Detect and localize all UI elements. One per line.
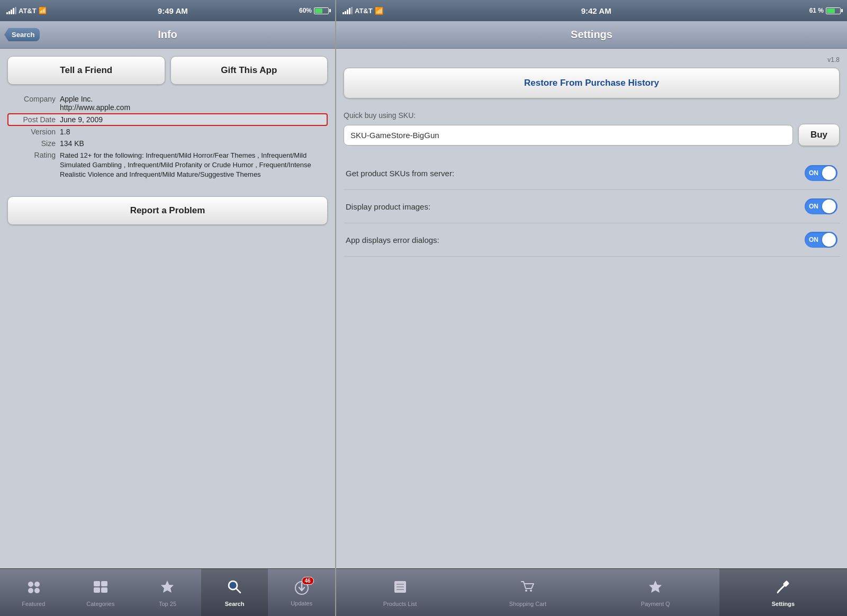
right-nav-bar: Settings [336, 21, 847, 49]
tab-settings[interactable]: Settings [719, 569, 847, 616]
size-row: Size 134 KB [7, 138, 328, 149]
toggle-product-skus-switch[interactable]: ON [805, 165, 837, 181]
left-time: 9:49 AM [158, 6, 188, 15]
toggle-product-images-knob [822, 200, 836, 213]
tab-search[interactable]: Search [201, 569, 268, 616]
svg-rect-6 [94, 587, 100, 593]
right-status-bar: AT&T 📶 9:42 AM 61 % [336, 0, 847, 21]
tab-top25[interactable]: Top 25 [134, 569, 201, 616]
signal-bars-icon [6, 7, 16, 14]
products-list-icon [392, 579, 408, 599]
battery-percent: 60% [299, 7, 312, 14]
toggle-product-skus-label: Get product SKUs from server: [346, 169, 454, 178]
carrier-label: AT&T [19, 7, 37, 15]
sku-section: Quick buy using SKU: Buy [344, 111, 840, 146]
toggle-product-images-value: ON [809, 203, 818, 210]
report-problem-button[interactable]: Report a Problem [7, 196, 328, 225]
right-battery-percent: 61 % [809, 7, 824, 14]
version-value: 1.8 [60, 128, 325, 136]
size-value: 134 KB [60, 139, 325, 148]
top25-icon [159, 579, 175, 599]
shopping-cart-icon [520, 579, 536, 599]
toggle-error-dialogs-knob [822, 233, 836, 247]
tab-products-list-label: Products List [383, 601, 417, 607]
toggle-product-skus-knob [822, 166, 836, 180]
tab-top25-label: Top 25 [159, 601, 176, 607]
gift-app-button[interactable]: Gift This App [170, 56, 328, 85]
toggle-error-dialogs-switch[interactable]: ON [805, 232, 837, 248]
payment-q-icon [647, 579, 663, 599]
right-tab-bar: Products List Shopping Cart Payment Q [336, 568, 847, 616]
post-date-row: Post Date June 9, 2009 [7, 113, 328, 126]
left-nav-bar: Search Info [0, 21, 335, 49]
tab-featured[interactable]: Featured [0, 569, 67, 616]
toggle-row-product-images: Display product images: ON [344, 190, 840, 223]
rating-row: Rating Rated 12+ for the following: Infr… [7, 149, 328, 182]
tell-friend-button[interactable]: Tell a Friend [7, 56, 165, 85]
toggle-error-dialogs-value: ON [809, 236, 818, 243]
back-button[interactable]: Search [4, 28, 40, 41]
categories-icon [93, 579, 109, 599]
company-label: Company [11, 95, 56, 112]
tab-products-list[interactable]: Products List [336, 569, 464, 616]
right-carrier-label: AT&T [355, 7, 373, 15]
sku-input[interactable] [344, 125, 793, 146]
tab-categories[interactable]: Categories [67, 569, 134, 616]
tab-payment-q[interactable]: Payment Q [592, 569, 719, 616]
svg-rect-7 [101, 587, 107, 593]
right-nav-title: Settings [571, 29, 612, 41]
right-wifi-icon: 📶 [375, 7, 383, 15]
settings-content: v1.8 Restore From Purchase History Quick… [336, 49, 847, 568]
tab-featured-label: Featured [22, 601, 45, 607]
company-url: http://www.apple.com [60, 103, 325, 112]
left-tab-bar: Featured Categories Top 25 [0, 568, 335, 616]
sku-input-row: Buy [344, 124, 840, 146]
search-icon [227, 579, 242, 599]
left-carrier-info: AT&T 📶 [6, 7, 47, 15]
post-date-value: June 9, 2009 [60, 115, 325, 124]
right-signal-bars-icon [343, 7, 353, 14]
tab-updates[interactable]: 46 Updates [268, 569, 335, 616]
version-label: Version [11, 128, 56, 136]
tab-categories-label: Categories [86, 601, 114, 607]
svg-point-0 [28, 582, 33, 587]
right-time: 9:42 AM [581, 6, 611, 15]
featured-icon [25, 579, 41, 599]
tab-updates-label: Updates [291, 600, 312, 606]
toggle-error-dialogs-label: App displays error dialogs: [346, 235, 439, 244]
toggle-row-product-skus: Get product SKUs from server: ON [344, 157, 840, 190]
sku-label: Quick buy using SKU: [344, 111, 840, 120]
svg-marker-20 [649, 581, 662, 593]
tab-shopping-cart[interactable]: Shopping Cart [464, 569, 591, 616]
settings-icon [775, 579, 791, 599]
updates-icon-wrapper: 46 [294, 580, 310, 598]
right-battery-icon [826, 7, 841, 14]
right-carrier-info: AT&T 📶 [343, 7, 383, 15]
svg-point-2 [28, 588, 33, 593]
rating-value: Rated 12+ for the following: Infrequent/… [60, 151, 325, 180]
updates-badge: 46 [302, 577, 314, 585]
toggle-product-images-switch[interactable]: ON [805, 198, 837, 214]
info-table: Company Apple Inc. http://www.apple.com … [7, 93, 328, 182]
svg-marker-8 [161, 581, 174, 593]
svg-point-1 [34, 582, 40, 587]
toggle-product-skus-value: ON [809, 169, 818, 177]
buy-button[interactable]: Buy [798, 124, 840, 146]
version-row: Version 1.8 [7, 126, 328, 138]
company-row: Company Apple Inc. http://www.apple.com [7, 93, 328, 113]
svg-point-3 [34, 588, 40, 593]
action-buttons-row: Tell a Friend Gift This App [7, 56, 328, 85]
tab-settings-label: Settings [772, 601, 795, 607]
svg-line-11 [236, 588, 240, 593]
tab-shopping-cart-label: Shopping Cart [509, 601, 546, 607]
rating-label: Rating [11, 151, 56, 159]
svg-point-18 [525, 590, 527, 592]
left-status-bar: AT&T 📶 9:49 AM 60% [0, 0, 335, 21]
toggle-row-error-dialogs: App displays error dialogs: ON [344, 223, 840, 257]
size-label: Size [11, 139, 56, 148]
restore-button[interactable]: Restore From Purchase History [344, 68, 840, 98]
version-label: v1.8 [344, 56, 840, 64]
company-value: Apple Inc. http://www.apple.com [60, 95, 325, 112]
tab-payment-q-label: Payment Q [641, 601, 670, 607]
left-content: Tell a Friend Gift This App Company Appl… [0, 49, 335, 568]
